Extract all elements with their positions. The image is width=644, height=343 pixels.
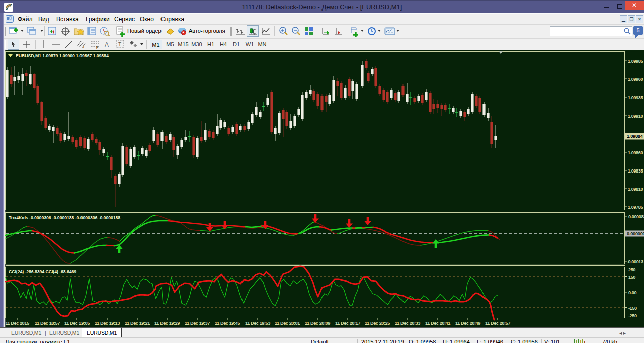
svg-text:250: 250 <box>628 267 635 272</box>
svg-text:11 Dec 20:09: 11 Dec 20:09 <box>305 321 330 326</box>
svg-text:11 Dec 20:49: 11 Dec 20:49 <box>455 321 480 326</box>
svg-text:1.09910: 1.09910 <box>628 114 643 119</box>
svg-text:11 Dec 18:57: 11 Dec 18:57 <box>35 321 60 326</box>
svg-text:0.000088: 0.000088 <box>628 214 644 219</box>
svg-text:1.09960: 1.09960 <box>628 77 643 82</box>
svg-text:11 Dec 20:01: 11 Dec 20:01 <box>275 321 300 326</box>
svg-text:11 Dec 19:53: 11 Dec 19:53 <box>245 321 270 326</box>
svg-text:11 Dec 20:41: 11 Dec 20:41 <box>425 321 450 326</box>
svg-text:F: F <box>96 46 98 49</box>
svg-text:-250: -250 <box>628 313 637 318</box>
svg-text:11 Dec 20:17: 11 Dec 20:17 <box>335 321 360 326</box>
svg-text:EURUSD,M1 1.09879 1.09900 1.0: EURUSD,M1 1.09879 1.09900 1.09867 1.0988… <box>16 53 109 58</box>
svg-text:11 Dec 20:33: 11 Dec 20:33 <box>395 321 420 326</box>
svg-text:11 Dec 20:57: 11 Dec 20:57 <box>485 321 510 326</box>
svg-text:1.09835: 1.09835 <box>628 168 643 174</box>
svg-text:E: E <box>83 45 86 49</box>
svg-text:-0.00013: -0.00013 <box>627 259 643 264</box>
svg-text:11 Dec 19:05: 11 Dec 19:05 <box>64 321 90 326</box>
svg-text:1.09810: 1.09810 <box>628 187 643 192</box>
svg-text:1.09785: 1.09785 <box>628 205 643 210</box>
svg-text:1.09884: 1.09884 <box>627 134 643 139</box>
svg-text:Trix4Kids -0.0000306 -0.000018: Trix4Kids -0.0000306 -0.0000188 -0.00003… <box>9 215 120 220</box>
svg-text:11 Dec 2015: 11 Dec 2015 <box>5 321 29 326</box>
svg-text:1.09985: 1.09985 <box>628 59 643 64</box>
svg-text:11 Dec 19:29: 11 Dec 19:29 <box>154 321 180 326</box>
svg-text:11 Dec 19:13: 11 Dec 19:13 <box>95 321 120 326</box>
svg-text:11 Dec 19:37: 11 Dec 19:37 <box>185 321 210 326</box>
svg-text:1.09860: 1.09860 <box>628 150 643 155</box>
svg-text:CCI(24) -286.8394 CCI(4) -68.: CCI(24) -286.8394 CCI(4) -68.6469 <box>9 269 76 274</box>
svg-text:150: 150 <box>628 275 635 280</box>
svg-text:11 Dec 19:45: 11 Dec 19:45 <box>215 321 240 326</box>
svg-text:11 Dec 20:25: 11 Dec 20:25 <box>365 321 390 326</box>
svg-text:0.00: 0.00 <box>628 290 636 295</box>
svg-text:-150: -150 <box>628 306 637 311</box>
svg-text:0.000000: 0.000000 <box>627 231 644 236</box>
svg-text:T: T <box>118 42 121 47</box>
svg-text:11 Dec 19:21: 11 Dec 19:21 <box>125 321 150 326</box>
svg-text:1.09935: 1.09935 <box>628 95 643 100</box>
